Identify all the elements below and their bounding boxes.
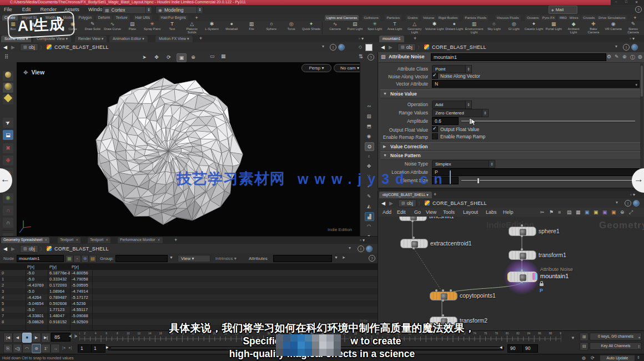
paint-icon[interactable]: ❋	[3, 193, 13, 203]
view-dropdown[interactable]: View ▾	[178, 255, 210, 262]
sheet-pane-controls[interactable]: ▫ ▾	[360, 238, 365, 243]
param-checkbox-enable-remap-ramp[interactable]	[432, 133, 438, 139]
mode-dropdown-arrows[interactable]: ⇕	[197, 6, 203, 14]
shelf-tool[interactable]: ✚Bake Camera	[583, 21, 603, 35]
shelf-tab-right[interactable]: Particle Fluids	[463, 15, 488, 21]
network-menu-edit[interactable]: Edit	[397, 209, 406, 215]
funnel-icon[interactable]: ▼	[169, 255, 173, 259]
network-toolbar-icon-5[interactable]: ▣	[585, 209, 590, 215]
params-scroll-thumb[interactable]	[641, 66, 643, 97]
node-path-label[interactable]: CORE_BLAST_SHELL	[54, 44, 109, 50]
forward-icon[interactable]: ▶	[11, 246, 15, 252]
node-label[interactable]: copytopoints1	[460, 292, 496, 299]
network-node-mountain[interactable]	[507, 272, 537, 282]
viewport-tool-4[interactable]: ⊕	[189, 53, 198, 61]
globe-icon[interactable]	[633, 200, 640, 207]
dropdown-arrows-icon[interactable]: ⇕	[482, 109, 489, 117]
shelf-tool[interactable]: △Platonic Solids	[182, 21, 202, 35]
sheet-tab-1[interactable]: Textport✕	[58, 237, 80, 243]
network-menu-tools[interactable]: Tools	[443, 209, 455, 215]
shelf-tab-right[interactable]: Rigid Bodies	[437, 15, 460, 21]
view-opt-icon-1[interactable]: ▧	[365, 112, 373, 120]
context-chip[interactable]: ▨obj	[398, 199, 416, 207]
sheet-mode-icon-0[interactable]: ▦	[66, 255, 73, 263]
grid-snap-icon[interactable]: ⠿	[4, 54, 8, 60]
network-pane-controls[interactable]: ▫ ▾	[630, 192, 635, 197]
sheet-tab-add[interactable]: +	[174, 237, 177, 243]
path-dropdown-arrow[interactable]: ▾	[349, 245, 351, 250]
sheet-tab-3[interactable]: Performance Monitor✕	[118, 237, 163, 243]
forward-icon[interactable]: ▶	[389, 200, 393, 206]
shelf-tab-right[interactable]: Lights and Cameras	[325, 15, 359, 21]
view-opt-icon-4[interactable]: ✪	[365, 142, 374, 151]
pane-controls-right[interactable]: ▫ ▾	[630, 36, 635, 41]
shelf-tab-right[interactable]: Particles	[385, 15, 401, 21]
shelf-tool[interactable]: ◆Ambient Light	[564, 21, 583, 35]
shelf-tab-right[interactable]: Grains	[406, 15, 419, 21]
viewport-help-icon[interactable]: ?	[368, 54, 374, 61]
node-path-label[interactable]: CORE_BLAST_SHELL	[432, 200, 487, 206]
desktop-dropdown[interactable]: ▦Cortex	[102, 6, 148, 14]
shade-smooth-icon[interactable]	[3, 71, 13, 81]
table-row[interactable]: 5-5.046540.592608-4.5236	[0, 300, 378, 307]
sheet-mode-icon-2[interactable]: ⊕	[81, 255, 89, 263]
shelf-tool[interactable]: ○Sphere	[261, 21, 281, 35]
view-opt-icon-10[interactable]: ◭	[365, 202, 373, 210]
table-row[interactable]: 2-4.437690.172093-5.09595	[0, 282, 378, 288]
param-field-vector-attribute[interactable]: N▾	[432, 80, 640, 88]
table-row[interactable]: 3-5.01.08964-4.74914	[0, 288, 378, 294]
slider-track[interactable]	[461, 121, 635, 122]
minimize-icon[interactable]: –	[615, 0, 617, 3]
shelf-tab-right[interactable]: Wires	[568, 15, 580, 21]
help-circle-icon[interactable]: ?	[635, 6, 642, 13]
network-menu-view[interactable]: View	[426, 209, 436, 215]
shelf-tab-right[interactable]: Volume	[421, 15, 436, 21]
sheet-help-icon[interactable]: ?	[369, 255, 375, 262]
param-field-location-attribute[interactable]: P	[432, 168, 640, 176]
shelf-tool[interactable]: ✱Volume Light	[425, 21, 444, 35]
snap-grid-icon[interactable]: ∩	[3, 218, 13, 228]
select-tool-icon[interactable]: ➤	[3, 118, 13, 128]
viewport-tool-0[interactable]: ➤	[140, 53, 149, 61]
group-field[interactable]	[115, 255, 168, 262]
sheet-mode-icon-3[interactable]: ▤	[89, 255, 97, 263]
network-menu-layout[interactable]: Layout	[463, 209, 478, 215]
pin-icon[interactable]: ◇	[359, 44, 362, 49]
tab-close-icon[interactable]: ✕	[76, 238, 78, 242]
network-toolbar-icon-9[interactable]: ⊕	[620, 209, 625, 215]
node-label[interactable]: transform1	[539, 252, 566, 258]
view-opt-icon-3[interactable]: ◉	[365, 132, 373, 140]
back-icon[interactable]: ◀	[381, 200, 385, 206]
error-badge-icon[interactable]: !	[623, 44, 630, 51]
sheet-tab-0[interactable]: Geometry Spreadsheet✕	[1, 237, 49, 243]
param-field-amplitude[interactable]: 0.6	[432, 117, 459, 125]
shelf-tool[interactable]: ✎Stereo Camera	[623, 21, 643, 35]
mail-chip[interactable]: ◆Mail	[549, 6, 577, 14]
gear-icon[interactable]: ⚙	[607, 54, 611, 59]
pose-icon[interactable]: ❉	[3, 156, 13, 166]
context-chip[interactable]: ▨obj	[398, 43, 416, 51]
table-row[interactable]: 4-4.42640.789487-5.17172	[0, 294, 378, 300]
viewport-tool-2[interactable]: ⟳	[164, 53, 173, 61]
network-toolbar-icon-8[interactable]: ▣	[611, 209, 616, 215]
tab-close-icon[interactable]: ✕	[105, 238, 108, 242]
network-menu-labs[interactable]: Labs	[486, 209, 497, 215]
network-toolbar-icon-10[interactable]: ⤢	[629, 209, 633, 215]
view-opt-icon-12[interactable]: ◠	[365, 222, 373, 230]
shelf-tab-left[interactable]: Hair/Fur Begins	[159, 15, 188, 21]
network-menu-go[interactable]: Go	[414, 209, 421, 215]
shelf-tool[interactable]: ◎Torus	[281, 21, 301, 35]
viewport-canvas[interactable]: ✥ViewPersp ▾No cam ▾Indie Edition	[17, 62, 360, 236]
node-label[interactable]: sphere1	[539, 228, 560, 234]
shelf-tab-right[interactable]: Collisions	[362, 15, 380, 21]
shelf-tab-right[interactable]: Crowds	[581, 15, 596, 21]
handles-icon[interactable]: ✖	[3, 143, 13, 153]
path-dropdown-arrow[interactable]: ▾	[322, 44, 324, 49]
node-flag-cyan[interactable]	[535, 273, 537, 280]
back-icon[interactable]: ◀	[3, 44, 7, 50]
sheet-node-field[interactable]: mountain1	[17, 255, 64, 262]
network-toolbar-icon-2[interactable]: ≡	[558, 209, 561, 215]
layout-icon[interactable]: ⇅	[359, 53, 363, 59]
param-checkbox-noise-along-vector[interactable]: ✓	[432, 73, 438, 79]
tab-close-icon[interactable]: ✕	[44, 238, 47, 242]
